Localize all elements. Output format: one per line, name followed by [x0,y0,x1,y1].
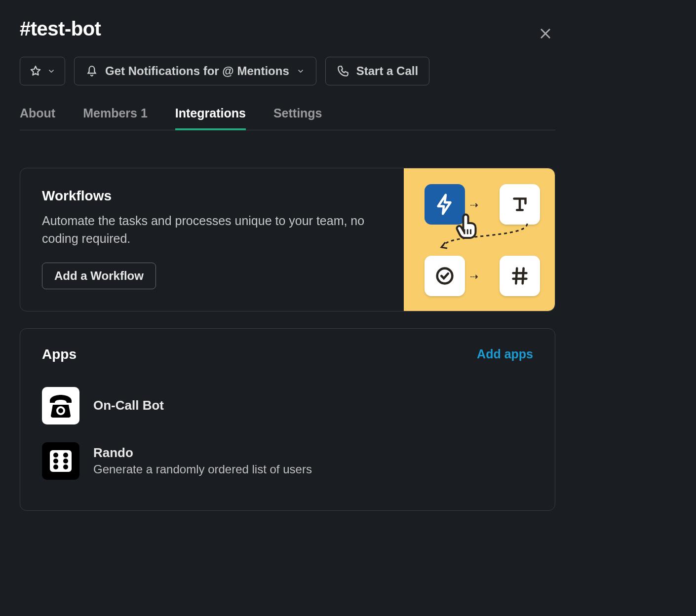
workflows-description: Automate the tasks and processes unique … [42,212,382,248]
start-call-button[interactable]: Start a Call [325,57,429,85]
close-button[interactable] [536,24,555,45]
add-workflow-button[interactable]: Add a Workflow [42,263,156,289]
apps-card: Apps Add apps On-Call Bot Rando Generate… [20,328,555,511]
svg-point-7 [63,459,68,463]
call-label: Start a Call [356,64,418,78]
app-row[interactable]: On-Call Bot [42,378,533,433]
chevron-down-icon [47,67,56,76]
svg-point-6 [53,459,58,463]
chevron-down-icon [296,67,305,76]
channel-name-text: test-bot [31,18,101,39]
workflows-heading: Workflows [42,188,382,204]
svg-point-8 [53,464,58,469]
svg-point-4 [53,453,58,458]
arrow-icon: ⇢ [470,270,478,282]
close-icon [539,27,552,40]
svg-point-9 [63,464,68,469]
star-dropdown-button[interactable] [20,57,65,85]
add-apps-link[interactable]: Add apps [477,347,533,361]
dice-icon [45,445,77,477]
workflows-card: Workflows Automate the tasks and process… [20,168,555,311]
app-row[interactable]: Rando Generate a randomly ordered list o… [42,433,533,489]
notifications-dropdown-button[interactable]: Get Notifications for @ Mentions [74,57,316,85]
tab-members[interactable]: Members 1 [83,106,148,130]
text-icon [508,193,531,216]
svg-rect-3 [49,449,73,473]
arrow-icon: ⇢ [470,199,478,211]
tab-bar: About Members 1 Integrations Settings [20,106,555,130]
svg-point-2 [58,408,63,413]
app-name: On-Call Bot [93,398,164,413]
tab-settings[interactable]: Settings [273,106,322,130]
tab-integrations[interactable]: Integrations [175,106,246,130]
notifications-label: Get Notifications for @ Mentions [105,64,289,78]
phone-retro-icon [45,390,77,422]
tab-about[interactable]: About [20,106,55,130]
star-icon [29,65,42,77]
app-icon-oncall [42,387,79,424]
hash-icon [508,265,531,287]
cursor-hand-icon [452,211,482,240]
app-name: Rando [93,445,312,461]
apps-heading: Apps [42,346,77,362]
check-circle-icon [433,265,456,287]
hash-prefix: # [20,18,31,39]
phone-icon [337,65,349,77]
channel-title: #test-bot [20,18,101,40]
add-workflow-label: Add a Workflow [54,269,144,283]
bell-icon [85,65,98,77]
workflow-illustration: ⇢ ⇢ [404,168,555,311]
app-description: Generate a randomly ordered list of user… [93,462,312,476]
svg-point-5 [63,453,68,458]
app-icon-rando [42,442,79,480]
